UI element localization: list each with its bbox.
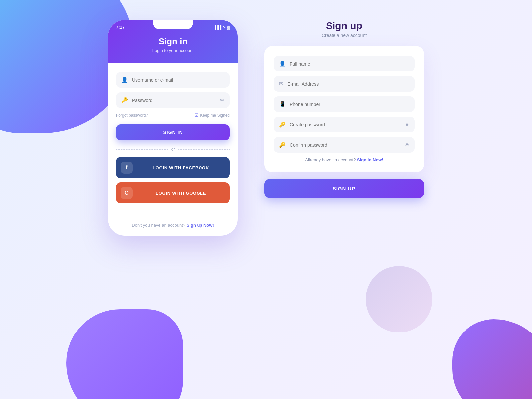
signin-title: Sign in (116, 36, 230, 47)
signin-footer-text: Don't you have an account? (132, 223, 185, 228)
status-icons: ▐▐▐ ∿ ▓ (214, 25, 230, 29)
keep-signed-container: ☑ Keep me Signed (195, 113, 230, 118)
forgot-password-link[interactable]: Forgot password? (116, 113, 148, 118)
confirm-password-key-icon: 🔑 (279, 142, 286, 148)
create-password-input[interactable] (290, 122, 401, 127)
signin-footer: Don't you have an account? Sign up Now! (108, 223, 238, 236)
signup-panel: Sign up Create a new account 👤 ✉ 📱 � (264, 20, 424, 198)
person-icon: 👤 (279, 61, 286, 67)
fullname-input-group: 👤 (274, 56, 415, 71)
email-icon: ✉ (279, 81, 283, 87)
signup-title: Sign up (264, 20, 424, 31)
email-input-group: ✉ (274, 76, 415, 92)
username-input-group: 👤 (116, 72, 230, 88)
facebook-icon: f (121, 162, 133, 174)
confirm-password-eye-icon[interactable]: 👁 (405, 142, 409, 148)
background-blob-2 (66, 309, 183, 399)
signup-button[interactable]: SIGN UP (264, 179, 424, 198)
divider-line-right (178, 149, 230, 150)
confirm-password-input-group: 🔑 👁 (274, 137, 415, 153)
password-input[interactable] (132, 98, 216, 103)
signin-now-link[interactable]: Sign in Now! (357, 157, 383, 162)
signin-header: Sign in Login to your account (108, 30, 238, 63)
fullname-input[interactable] (290, 61, 409, 66)
background-blob-4 (366, 266, 432, 332)
signal-icon: ▐▐▐ (214, 25, 221, 29)
username-input[interactable] (132, 77, 224, 83)
forgot-row: Forgot password? ☑ Keep me Signed (116, 113, 230, 118)
signin-body: 👤 🔑 👁 Forgot password? ☑ Keep me Signed … (108, 63, 238, 217)
google-button-label: LOGIN WITH GOOGLE (137, 191, 225, 196)
signup-header: Sign up Create a new account (264, 20, 424, 38)
facebook-button-label: LOGIN WITH FACEBOOK (137, 165, 225, 170)
key-icon: 🔑 (121, 97, 128, 103)
password-input-group: 🔑 👁 (116, 92, 230, 108)
confirm-password-input[interactable] (290, 142, 401, 148)
checkbox-icon[interactable]: ☑ (195, 113, 199, 118)
main-container: 7:17 ▐▐▐ ∿ ▓ Sign in Login to your accou… (0, 0, 532, 256)
divider-line-left (116, 149, 168, 150)
signup-subtitle: Create a new account (264, 33, 424, 38)
status-time: 7:17 (116, 25, 125, 30)
divider-text: or (171, 147, 175, 152)
keep-signed-label: Keep me Signed (200, 113, 230, 118)
create-password-key-icon: 🔑 (279, 121, 286, 128)
google-icon: G (121, 187, 133, 199)
signin-footer-link[interactable]: Sign up Now! (187, 223, 214, 228)
google-login-button[interactable]: G LOGIN WITH GOOGLE (116, 182, 230, 203)
create-password-eye-icon[interactable]: 👁 (405, 122, 409, 127)
phone-input-group: 📱 (274, 96, 415, 112)
email-input[interactable] (287, 81, 409, 87)
already-account: Allready have an account? Sign in Now! (274, 157, 415, 162)
eye-toggle-icon[interactable]: 👁 (220, 98, 224, 103)
create-password-input-group: 🔑 👁 (274, 117, 415, 132)
signup-card: 👤 ✉ 📱 🔑 👁 🔑 👁 (264, 46, 424, 172)
user-icon: 👤 (121, 77, 128, 83)
already-text: Allready have an account? (305, 157, 356, 162)
signin-subtitle: Login to your account (116, 48, 230, 53)
phone-icon: 📱 (279, 101, 286, 107)
wifi-icon: ∿ (223, 25, 226, 29)
divider: or (116, 147, 230, 152)
phone-notch (153, 20, 193, 29)
background-blob-3 (452, 319, 532, 399)
signin-button[interactable]: SIGN IN (116, 124, 230, 140)
signin-phone-mockup: 7:17 ▐▐▐ ∿ ▓ Sign in Login to your accou… (108, 20, 238, 236)
facebook-login-button[interactable]: f LOGIN WITH FACEBOOK (116, 157, 230, 178)
phone-input[interactable] (290, 102, 409, 107)
battery-icon: ▓ (227, 25, 230, 29)
